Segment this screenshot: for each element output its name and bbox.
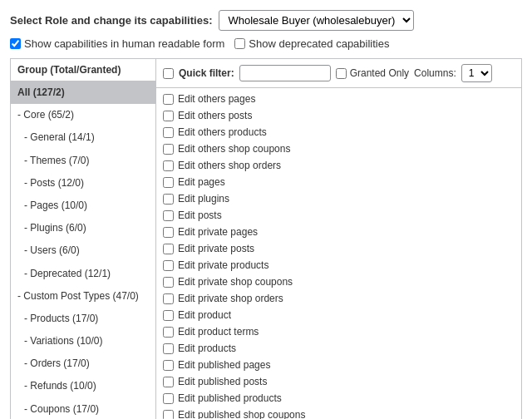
capabilities-list: Edit others pagesEdit others postsEdit o… — [156, 88, 521, 419]
sidebar-item[interactable]: - Coupons (17/0) — [11, 398, 155, 419]
capability-checkbox[interactable] — [163, 244, 174, 254]
capability-item: Edit private pages — [163, 224, 515, 239]
capability-checkbox[interactable] — [163, 410, 174, 420]
capability-checkbox[interactable] — [163, 343, 174, 354]
capability-checkbox[interactable] — [163, 377, 174, 387]
sidebar-item[interactable]: - Orders (17/0) — [11, 352, 155, 375]
capability-checkbox[interactable] — [163, 144, 174, 155]
capability-label: Edit others pages — [178, 91, 255, 106]
capability-item: Edit product — [163, 308, 515, 323]
options-row: Show capabilities in human readable form… — [10, 37, 522, 50]
sidebar-item[interactable]: - Plugins (6/0) — [11, 217, 155, 239]
capability-item: Edit product terms — [163, 324, 515, 339]
sidebar: Group (Total/Granted) All (127/2)- Core … — [11, 59, 156, 419]
sidebar-header: Group (Total/Granted) — [11, 59, 155, 81]
capability-label: Edit published shop coupons — [178, 407, 305, 419]
capability-item: Edit published shop coupons — [163, 407, 515, 419]
capability-item: Edit private posts — [163, 241, 515, 256]
select-all-checkbox[interactable] — [163, 68, 174, 79]
capability-label: Edit posts — [178, 208, 222, 223]
content-panel: Quick filter: Granted Only Columns: 123 … — [156, 59, 521, 419]
capability-checkbox[interactable] — [163, 360, 174, 371]
capability-item: Edit others posts — [163, 108, 515, 123]
capability-label: Edit others products — [178, 125, 267, 140]
top-row: Select Role and change its capabilities:… — [10, 10, 522, 31]
sidebar-item[interactable]: - Variations (10/0) — [11, 330, 155, 352]
capability-label: Edit pages — [178, 175, 225, 190]
capability-checkbox[interactable] — [163, 393, 174, 404]
quick-filter-input[interactable] — [239, 65, 331, 81]
capability-label: Edit published pages — [178, 357, 270, 372]
capability-checkbox[interactable] — [163, 260, 174, 271]
sidebar-items-container: All (127/2)- Core (65/2)- General (14/1)… — [11, 81, 155, 419]
capability-checkbox[interactable] — [163, 293, 174, 304]
capability-item: Edit pages — [163, 175, 515, 190]
capability-label: Edit others shop coupons — [178, 141, 290, 156]
capability-label: Edit others posts — [178, 108, 252, 123]
sidebar-item[interactable]: - Products (17/0) — [11, 308, 155, 330]
capability-item: Edit posts — [163, 208, 515, 223]
quick-filter-label: Quick filter: — [179, 67, 234, 79]
capability-checkbox[interactable] — [163, 194, 174, 205]
capability-item: Edit private shop orders — [163, 291, 515, 306]
granted-only-label: Granted Only — [350, 67, 409, 79]
role-select[interactable]: Wholesale Buyer (wholesalebuyer)Administ… — [219, 10, 414, 31]
capability-label: Edit private products — [178, 258, 268, 273]
columns-label: Columns: — [414, 67, 456, 79]
capability-checkbox[interactable] — [163, 177, 174, 188]
capability-label: Edit private shop coupons — [178, 274, 293, 289]
capability-label: Edit plugins — [178, 191, 229, 206]
capability-label: Edit published posts — [178, 374, 267, 389]
columns-select[interactable]: 123 — [461, 64, 492, 82]
capability-checkbox[interactable] — [163, 111, 174, 121]
sidebar-item[interactable]: - Deprecated (12/1) — [11, 263, 155, 285]
capability-checkbox[interactable] — [163, 310, 174, 321]
capability-checkbox[interactable] — [163, 160, 174, 171]
human-readable-label: Show capabilities in human readable form — [24, 37, 224, 50]
sidebar-item[interactable]: - Core (65/2) — [11, 104, 155, 126]
capability-item: Edit plugins — [163, 191, 515, 206]
capability-label: Edit others shop orders — [178, 158, 281, 173]
capability-item: Edit published posts — [163, 374, 515, 389]
sidebar-item[interactable]: - Themes (7/0) — [11, 150, 155, 172]
deprecated-option[interactable]: Show deprecated capabilities — [234, 37, 389, 50]
capability-label: Edit product — [178, 308, 231, 323]
capability-label: Edit products — [178, 341, 236, 356]
capability-item: Edit published products — [163, 391, 515, 406]
capability-item: Edit others shop coupons — [163, 141, 515, 156]
capability-item: Edit products — [163, 341, 515, 356]
capability-label: Edit product terms — [178, 324, 259, 339]
granted-only-checkbox[interactable] — [336, 68, 347, 79]
select-role-label: Select Role and change its capabilities: — [10, 14, 212, 27]
human-readable-option[interactable]: Show capabilities in human readable form — [10, 37, 224, 50]
granted-only-option[interactable]: Granted Only — [336, 67, 409, 79]
human-readable-checkbox[interactable] — [10, 38, 21, 49]
capability-checkbox[interactable] — [163, 210, 174, 221]
capability-checkbox[interactable] — [163, 94, 174, 105]
deprecated-label: Show deprecated capabilities — [249, 37, 389, 50]
capability-item: Edit published pages — [163, 357, 515, 372]
capability-label: Edit published products — [178, 391, 282, 406]
capability-item: Edit private products — [163, 258, 515, 273]
capability-item: Edit others shop orders — [163, 158, 515, 173]
sidebar-item[interactable]: - Posts (12/0) — [11, 172, 155, 195]
capability-label: Edit private posts — [178, 241, 254, 256]
sidebar-item[interactable]: - Refunds (10/0) — [11, 375, 155, 397]
capability-item: Edit others products — [163, 125, 515, 140]
capability-label: Edit private pages — [178, 224, 258, 239]
sidebar-item[interactable]: All (127/2) — [11, 81, 155, 104]
capability-label: Edit private shop orders — [178, 291, 283, 306]
capability-checkbox[interactable] — [163, 127, 174, 138]
capability-item: Edit others pages — [163, 91, 515, 106]
capability-item: Edit private shop coupons — [163, 274, 515, 289]
sidebar-item[interactable]: - Users (6/0) — [11, 239, 155, 262]
deprecated-checkbox[interactable] — [234, 38, 245, 49]
capability-checkbox[interactable] — [163, 227, 174, 238]
main-container: Group (Total/Granted) All (127/2)- Core … — [10, 58, 522, 419]
filter-row: Quick filter: Granted Only Columns: 123 — [156, 59, 521, 88]
sidebar-item[interactable]: - General (14/1) — [11, 126, 155, 149]
capability-checkbox[interactable] — [163, 277, 174, 288]
sidebar-item[interactable]: - Pages (10/0) — [11, 195, 155, 217]
capability-checkbox[interactable] — [163, 327, 174, 338]
sidebar-item[interactable]: - Custom Post Types (47/0) — [11, 285, 155, 308]
